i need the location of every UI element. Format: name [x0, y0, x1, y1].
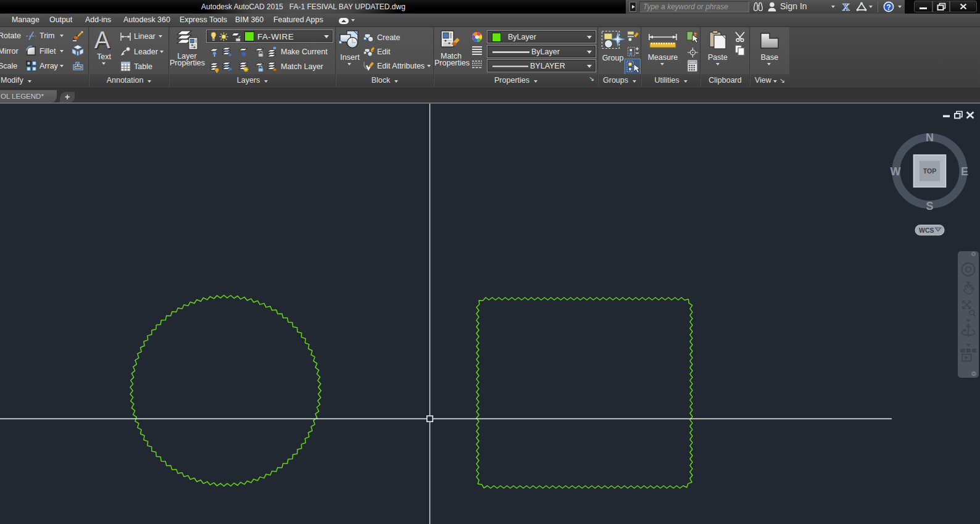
svg-text:S: S: [926, 200, 933, 212]
svg-text:X: X: [842, 1, 850, 12]
svg-text:?: ?: [886, 3, 891, 12]
svg-text:WCS: WCS: [919, 227, 934, 234]
svg-text:N: N: [926, 131, 934, 144]
svg-text:TOP: TOP: [923, 167, 936, 175]
svg-text:E: E: [961, 165, 968, 178]
svg-text:W: W: [891, 165, 901, 178]
